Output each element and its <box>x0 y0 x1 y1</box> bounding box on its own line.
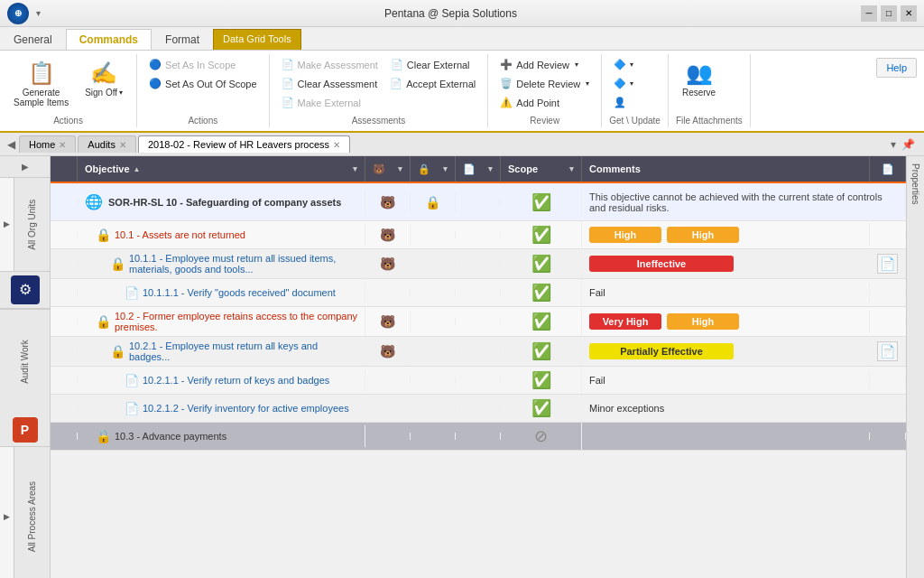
in-scope-icon: 🔵 <box>149 59 162 70</box>
row10-2-1-2-comment: Minor exceptions <box>589 403 664 414</box>
row-10-2-1-2[interactable]: 📄 10.2.1.2 - Verify inventory for active… <box>51 395 906 423</box>
make-ext-icon: 📄 <box>282 97 294 108</box>
tab-audits-close[interactable]: ✕ <box>119 140 126 150</box>
cell-10-2-objective: 🔒 10.2 - Former employee retains access … <box>78 307 365 336</box>
doc-icon-10-1-1[interactable]: 📄 <box>877 254 898 274</box>
get-update-btn2[interactable]: 🔷 ▾ <box>609 75 638 92</box>
row-sor-hr[interactable]: 🌐 SOR-HR-SL 10 - Safeguarding of company… <box>51 183 906 221</box>
objective-filter-icon[interactable]: ▾ <box>353 164 357 173</box>
tab-audits-label: Audits <box>88 139 116 150</box>
set-as-out-of-scope-button[interactable]: 🔵 Set As Out Of Scope <box>144 75 262 92</box>
add-review-button[interactable]: ➕ Add Review ▾ <box>495 56 594 73</box>
set-as-in-scope-button[interactable]: 🔵 Set As In Scope <box>144 56 262 73</box>
content-area: Objective ▲ ▾ 🐻 ▾ 🔒 ▾ 📄 ▾ Scope <box>51 156 906 578</box>
org-expand-arrow[interactable]: ▶ <box>0 178 14 271</box>
col3-filter-icon[interactable]: ▾ <box>398 164 402 173</box>
row-10-2-1[interactable]: 🔒 10.2.1 - Employee must return all keys… <box>51 337 906 367</box>
header-comments: Comments <box>582 156 870 182</box>
make-assessment-button[interactable]: 📄 Make Assessment <box>277 56 383 73</box>
cell-10-3-scope: ⊘ <box>501 423 582 450</box>
cell-10-1-1-num <box>51 260 78 267</box>
audit-work-section: ⚙ <box>0 272 50 309</box>
tab-format[interactable]: Format <box>152 29 213 50</box>
row-10-1-1[interactable]: 🔒 10.1.1 - Employee must return all issu… <box>51 249 906 279</box>
data-grid[interactable]: Objective ▲ ▾ 🐻 ▾ 🔒 ▾ 📄 ▾ Scope <box>51 156 906 578</box>
maximize-button[interactable]: □ <box>881 5 897 22</box>
help-button[interactable]: Help <box>876 58 917 78</box>
get-update-btn3[interactable]: 👤 <box>609 94 638 111</box>
cell-10-1-1-col5 <box>456 260 501 267</box>
header-objective[interactable]: Objective ▲ ▾ <box>78 156 365 182</box>
all-org-units-label[interactable]: All Org Units <box>14 178 50 271</box>
tabs-nav-left[interactable]: ◀ <box>4 136 19 153</box>
tab-home-close[interactable]: ✕ <box>59 140 66 150</box>
col5-filter-icon[interactable]: ▾ <box>488 164 493 173</box>
doc-icon-10-2-1[interactable]: 📄 <box>877 341 898 361</box>
assessment-row2: 📄 Clear Assessment 📄 Accept External <box>277 75 481 92</box>
tab-data-grid-tools[interactable]: Data Grid Tools <box>213 29 301 50</box>
reserve-button[interactable]: 👥 Reserve <box>676 56 722 102</box>
header-comments-label: Comments <box>589 163 641 174</box>
sor-label: SOR-HR-SL 10 - Safeguarding of company a… <box>108 197 341 208</box>
row-10-1[interactable]: 🔒 10.1 - Assets are not returned 🐻 ✅ Hig… <box>51 221 906 249</box>
row10-1-label: 10.1 - Assets are not returned <box>115 229 245 240</box>
add-point-button[interactable]: ⚠️ Add Point <box>495 94 594 111</box>
header-col4[interactable]: 🔒 ▾ <box>411 156 456 182</box>
tab-commands[interactable]: Commands <box>66 29 152 50</box>
cell-10-1-1-scope: ✅ <box>501 250 582 277</box>
badge-10-1-1-control: Ineffective <box>589 256 734 272</box>
tab-home[interactable]: Home ✕ <box>19 135 76 153</box>
right-sidebar: Properties <box>906 156 924 578</box>
generate-sample-items-button[interactable]: 📋 Generate Sample Items <box>7 56 75 112</box>
assessment-row3: 📄 Make External <box>277 94 481 111</box>
header-scope[interactable]: Scope ▾ <box>501 156 582 182</box>
properties-label[interactable]: Properties <box>908 156 923 212</box>
delete-review-button[interactable]: 🗑️ Delete Review ▾ <box>495 75 594 92</box>
get-update-btn1[interactable]: 🔷 ▾ <box>609 56 638 73</box>
tab-hr-leavers-close[interactable]: ✕ <box>333 140 340 150</box>
accept-ext-label: Accept External <box>406 79 476 89</box>
row-10-2[interactable]: 🔒 10.2 - Former employee retains access … <box>51 307 906 337</box>
row10-2-1-scope-icon: ✅ <box>531 341 551 361</box>
audit-work-icon[interactable]: ⚙ <box>11 275 40 304</box>
cell-10-2-1-1-objective: 📄 10.2.1.1 - Verify return of keys and b… <box>78 370 365 391</box>
ribbon-group-scope: 🔵 Set As In Scope 🔵 Set As Out Of Scope … <box>137 54 270 127</box>
tab-general[interactable]: General <box>0 29 66 50</box>
clear-external-button[interactable]: 📄 Clear External <box>386 56 475 73</box>
sign-off-button[interactable]: ✍️ Sign Off ▾ <box>79 56 129 102</box>
all-process-areas-label[interactable]: All Process Areas <box>14 447 50 578</box>
header-col5[interactable]: 📄 ▾ <box>456 156 501 182</box>
clear-assessment-button[interactable]: 📄 Clear Assessment <box>277 75 383 92</box>
cell-10-1-1-comments: Ineffective <box>582 252 870 275</box>
cell-10-2-1-1-col4 <box>411 377 456 384</box>
pin-down-button[interactable]: ▾ <box>889 136 898 153</box>
cell-10-1-1-1-num <box>51 289 78 296</box>
minimize-button[interactable]: ─ <box>861 5 877 22</box>
title-bar: ⊕ ▾ Pentana @ Sepia Solutions ─ □ ✕ <box>0 0 924 27</box>
accept-external-button[interactable]: 📄 Accept External <box>385 75 480 92</box>
col4-filter-icon[interactable]: ▾ <box>443 164 448 173</box>
row-10-1-1-1[interactable]: 📄 10.1.1.1 - Verify "goods received" doc… <box>51 279 906 307</box>
pin-button[interactable]: 📌 <box>900 136 917 153</box>
process-expand-arrow[interactable]: ▶ <box>0 447 14 578</box>
header-col3[interactable]: 🐻 ▾ <box>365 156 411 182</box>
tab-hr-leavers[interactable]: 2018-02 - Review of HR Leavers process ✕ <box>138 135 350 153</box>
tab-audits[interactable]: Audits ✕ <box>78 135 136 153</box>
powerpoint-icon[interactable]: P <box>13 417 38 443</box>
make-external-button[interactable]: 📄 Make External <box>277 94 365 111</box>
scope-filter-icon[interactable]: ▾ <box>569 164 574 173</box>
file-attach-group-label: File Attachments <box>676 112 743 126</box>
cell-10-2-1-col4 <box>411 348 456 355</box>
close-button[interactable]: ✕ <box>901 5 917 22</box>
actions1-group-label: Actions <box>7 112 129 126</box>
cell-10-1-1-col4 <box>411 260 456 267</box>
row-10-3[interactable]: 🔒 10.3 - Advance payments ⊘ <box>51 423 906 451</box>
row-10-2-1-1[interactable]: 📄 10.2.1.1 - Verify return of keys and b… <box>51 367 906 395</box>
clear-ext-icon: 📄 <box>391 59 403 70</box>
arrow-icon1: ▾ <box>630 61 633 69</box>
audit-work-label[interactable]: Audit Work <box>0 309 50 414</box>
generate-icon: 📋 <box>28 61 55 86</box>
cell-sor-num <box>51 199 78 206</box>
sidebar-expand-top[interactable]: ▶ <box>0 156 50 178</box>
grid-header: Objective ▲ ▾ 🐻 ▾ 🔒 ▾ 📄 ▾ Scope <box>51 156 906 183</box>
